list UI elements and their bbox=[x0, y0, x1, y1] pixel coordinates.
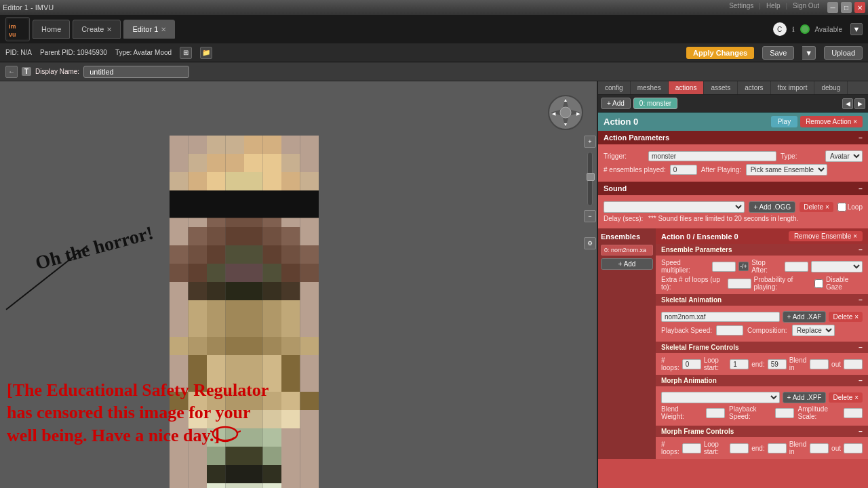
settings-side-button[interactable]: ⚙ bbox=[584, 237, 596, 249]
skel-loops-input[interactable] bbox=[682, 359, 701, 369]
composition-select[interactable]: Replace bbox=[792, 325, 835, 336]
signout-link[interactable]: Sign Out bbox=[793, 2, 819, 13]
add-action-button[interactable]: + Add bbox=[601, 98, 631, 109]
delete-sound-button[interactable]: Delete × bbox=[800, 202, 833, 212]
xaf-input[interactable] bbox=[661, 312, 780, 322]
ensemble-list: Ensembles 0: nom2nom.xa + Add bbox=[598, 228, 656, 459]
end-input[interactable] bbox=[768, 359, 787, 369]
settings-link[interactable]: Settings bbox=[729, 2, 753, 13]
amplitude-input[interactable] bbox=[844, 408, 863, 418]
sound-file-select[interactable] bbox=[604, 201, 745, 213]
tab-meshes[interactable]: meshes bbox=[631, 81, 669, 94]
add-ogg-button[interactable]: + Add .OGG bbox=[749, 201, 795, 213]
delete-xpf-button[interactable]: Delete × bbox=[829, 392, 863, 403]
speed-minus-button[interactable]: -/+ bbox=[738, 262, 749, 271]
collapse-action-params[interactable]: − bbox=[859, 134, 863, 142]
blend-out-input[interactable] bbox=[844, 359, 863, 369]
create-tab-close[interactable]: ✕ bbox=[106, 26, 112, 33]
dropdown-button[interactable]: ▼ bbox=[850, 23, 863, 35]
horror-label: Oh the horror! bbox=[33, 222, 155, 273]
zoom-out-button[interactable]: − bbox=[584, 210, 596, 222]
morph-frame-label: Morph Frame Controls bbox=[661, 428, 734, 435]
morph-blend-out-input[interactable] bbox=[844, 443, 863, 453]
collapse-ensemble-params[interactable]: − bbox=[859, 246, 863, 253]
blend-in-input[interactable] bbox=[810, 359, 829, 369]
morph-end-input[interactable] bbox=[768, 443, 787, 453]
display-name-input[interactable] bbox=[83, 66, 189, 78]
after-playing-select[interactable]: Pick same Ensemble bbox=[746, 164, 827, 176]
tab-home[interactable]: Home bbox=[33, 20, 70, 39]
speed-input[interactable] bbox=[712, 262, 736, 272]
morph-frame-subheader[interactable]: Morph Frame Controls − bbox=[656, 426, 868, 437]
skeletal-subheader[interactable]: Skeletal Animation − bbox=[656, 294, 868, 306]
trigger-input[interactable] bbox=[648, 151, 776, 161]
collapse-skeletal-frame[interactable]: − bbox=[859, 344, 863, 351]
parent-pid-info: Parent PID: 10945930 bbox=[40, 49, 107, 56]
action-params-header[interactable]: Action Parameters − bbox=[598, 131, 868, 144]
collapse-morph[interactable]: − bbox=[859, 377, 863, 384]
tab-create[interactable]: Create ✕ bbox=[73, 20, 121, 39]
add-ensemble-button[interactable]: + Add bbox=[601, 258, 653, 270]
editor-tab-close[interactable]: ✕ bbox=[161, 26, 166, 33]
folder-icon[interactable]: 📁 bbox=[200, 47, 212, 59]
playback-input[interactable] bbox=[716, 325, 743, 336]
collapse-morph-frame[interactable]: − bbox=[859, 428, 863, 435]
maximize-button[interactable]: □ bbox=[841, 2, 852, 13]
tab-editor[interactable]: Editor 1 ✕ bbox=[123, 20, 175, 39]
copy-icon[interactable]: ⊞ bbox=[180, 47, 192, 59]
svg-text:im: im bbox=[9, 23, 16, 30]
zoom-in-button[interactable]: + bbox=[584, 136, 596, 148]
morph-subheader[interactable]: Morph Animation − bbox=[656, 375, 868, 386]
stop-after-select[interactable] bbox=[811, 261, 863, 272]
play-button[interactable]: Play bbox=[771, 116, 797, 127]
zoom-slider[interactable] bbox=[587, 152, 593, 206]
remove-ensemble-button[interactable]: Remove Ensemble × bbox=[789, 231, 863, 241]
save-button[interactable]: Save bbox=[762, 46, 794, 60]
tab-config[interactable]: config bbox=[598, 81, 631, 94]
tab-prev-button[interactable]: ◀ bbox=[842, 98, 853, 109]
probability-checkbox[interactable] bbox=[814, 279, 823, 288]
sound-header[interactable]: Sound − bbox=[598, 182, 868, 195]
collapse-skeletal[interactable]: − bbox=[859, 296, 863, 304]
skeletal-frame-subheader[interactable]: Skeletal Frame Controls − bbox=[656, 342, 868, 353]
morph-playback-input[interactable] bbox=[775, 408, 794, 418]
upload-button[interactable]: Upload bbox=[824, 46, 863, 60]
minimize-button[interactable]: ─ bbox=[827, 2, 838, 13]
back-button[interactable]: ← bbox=[5, 66, 18, 78]
morph-loop-start-input[interactable] bbox=[730, 443, 749, 453]
morph-blend-in-input[interactable] bbox=[810, 443, 829, 453]
tab-debug[interactable]: debug bbox=[814, 81, 848, 94]
type-select[interactable]: Avatar bbox=[825, 150, 863, 162]
morph-loops-input[interactable] bbox=[682, 443, 701, 453]
tab-assets[interactable]: assets bbox=[704, 81, 738, 94]
ensembles-input[interactable] bbox=[670, 165, 697, 175]
close-button[interactable]: ✕ bbox=[854, 2, 865, 13]
type-label: Type: bbox=[781, 152, 821, 160]
remove-action-button[interactable]: Remove Action × bbox=[800, 116, 863, 127]
xpf-select[interactable] bbox=[661, 392, 780, 403]
loop-start-input[interactable] bbox=[730, 359, 749, 369]
ensemble-params-subheader[interactable]: Ensemble Parameters − bbox=[656, 244, 868, 256]
tab-actors[interactable]: actors bbox=[738, 81, 770, 94]
extra-loops-input[interactable] bbox=[728, 279, 751, 289]
help-link[interactable]: Help bbox=[766, 2, 781, 13]
blend-weight-input[interactable] bbox=[706, 408, 725, 418]
info-icon: ℹ bbox=[792, 26, 795, 33]
zoom-slider-handle[interactable] bbox=[587, 173, 595, 181]
right-panel: config meshes actions assets actors fbx … bbox=[597, 81, 868, 488]
delay-label: Delay (secs): bbox=[604, 215, 644, 222]
loop-checkbox[interactable] bbox=[837, 203, 846, 211]
user-avatar[interactable]: C bbox=[773, 22, 787, 36]
tab-fbximport[interactable]: fbx import bbox=[771, 81, 815, 94]
stop-after-input[interactable] bbox=[785, 262, 808, 272]
action-tab-monster[interactable]: 0: monster bbox=[633, 98, 677, 109]
collapse-sound[interactable]: − bbox=[859, 185, 863, 192]
tab-next-button[interactable]: ▶ bbox=[854, 98, 865, 109]
save-dropdown-button[interactable]: ▼ bbox=[802, 46, 816, 60]
apply-changes-button[interactable]: Apply Changes bbox=[686, 47, 754, 59]
add-xaf-button[interactable]: + Add .XAF bbox=[783, 311, 827, 323]
add-xpf-button[interactable]: + Add .XPF bbox=[783, 392, 827, 403]
ensemble-item-0[interactable]: 0: nom2nom.xa bbox=[601, 245, 653, 256]
delete-xaf-button[interactable]: Delete × bbox=[829, 312, 863, 322]
tab-actions[interactable]: actions bbox=[669, 81, 705, 94]
